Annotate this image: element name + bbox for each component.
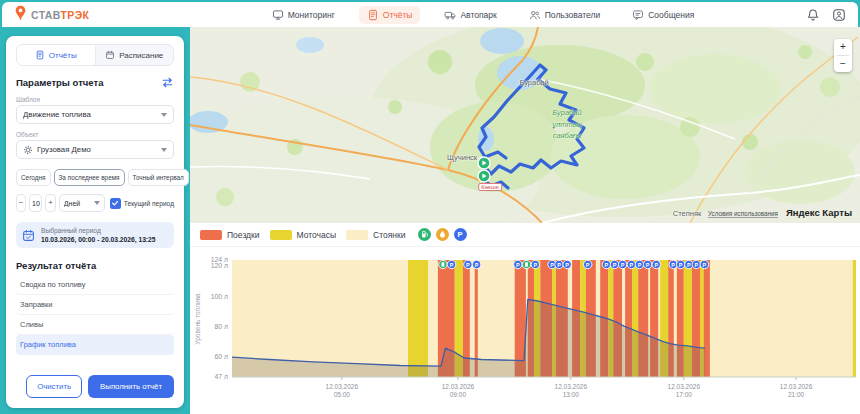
- nav-users[interactable]: Пользователи: [521, 6, 608, 24]
- increment-button[interactable]: +: [45, 194, 55, 212]
- parking-event-marker[interactable]: P: [610, 260, 618, 268]
- parking-event-marker[interactable]: P: [643, 260, 651, 268]
- track-event-marker[interactable]: [477, 156, 491, 170]
- result-item[interactable]: Сводка по топливу: [16, 275, 174, 295]
- parking-event-marker[interactable]: P: [602, 260, 610, 268]
- parking-event-marker[interactable]: P: [677, 260, 685, 268]
- svg-text:P: P: [638, 262, 642, 268]
- chevron-down-icon: [161, 113, 167, 117]
- map-canvas[interactable]: БурабайБурабай ұлттық саябағыЩучинскКөкш…: [190, 27, 860, 223]
- parking-event-marker[interactable]: P: [514, 260, 522, 268]
- svg-text:P: P: [586, 262, 590, 268]
- legend-swatch: [270, 230, 292, 240]
- svg-text:P: P: [671, 262, 675, 268]
- parking-event-marker[interactable]: P: [472, 260, 480, 268]
- messages-icon: [632, 9, 644, 21]
- result-item[interactable]: График топлива: [16, 335, 174, 355]
- refuel-event-marker[interactable]: [522, 260, 530, 268]
- nav-monitoring[interactable]: Мониторинг: [264, 6, 343, 24]
- map-zoom-in-button[interactable]: +: [834, 39, 852, 55]
- gear-icon: [23, 145, 33, 155]
- parking-event-marker[interactable]: P: [464, 260, 472, 268]
- svg-text:P: P: [516, 262, 520, 268]
- svg-text:P: P: [565, 262, 569, 268]
- nav-reports[interactable]: Отчёты: [359, 6, 421, 24]
- nav-fleet[interactable]: Автопарк: [436, 6, 504, 24]
- x-tick-time: 13:00: [563, 391, 580, 398]
- drain-badge: [436, 228, 449, 241]
- chart-legend: ПоездкиМоточасыСтоянкиP: [190, 223, 860, 247]
- svg-text:P: P: [630, 262, 634, 268]
- parking-event-marker[interactable]: P: [563, 260, 571, 268]
- legend-swatch: [346, 230, 368, 240]
- parking-event-marker[interactable]: P: [584, 260, 592, 268]
- current-period-checkbox[interactable]: [110, 198, 121, 209]
- map-zoom-out-button[interactable]: −: [834, 56, 852, 72]
- report-sidebar: Отчёты Расписание Параметры отчета Шабло…: [6, 36, 184, 408]
- object-select[interactable]: Грузовая Демо: [16, 140, 174, 159]
- clear-button[interactable]: Очистить: [26, 375, 82, 398]
- users-icon: [529, 9, 541, 21]
- y-tick-label: 100 л: [211, 293, 228, 300]
- legend-item: Стоянки: [346, 230, 405, 240]
- parking-event-marker[interactable]: P: [652, 260, 660, 268]
- main-nav: МониторингОтчётыАвтопаркПользователиСооб…: [264, 6, 703, 24]
- result-item[interactable]: Сливы: [16, 315, 174, 335]
- nav-messages[interactable]: Сообщения: [624, 6, 702, 24]
- fleet-icon: [444, 9, 456, 21]
- parking-event-marker[interactable]: P: [447, 260, 455, 268]
- activity-band-engine: [408, 260, 428, 377]
- period-mode-button[interactable]: За последнее время: [54, 169, 125, 186]
- nav-label: Сообщения: [648, 10, 694, 20]
- account-icon[interactable]: [832, 8, 846, 22]
- parking-badge: P: [454, 228, 467, 241]
- x-tick-date: 12.03.2026: [555, 383, 588, 390]
- nav-label: Отчёты: [383, 10, 413, 20]
- legend-item: Поездки: [200, 230, 260, 240]
- run-report-button[interactable]: Выполнить отчёт: [88, 375, 174, 398]
- svg-text:P: P: [450, 262, 454, 268]
- object-label: Объект: [16, 131, 174, 138]
- tab-reports[interactable]: Отчёты: [17, 45, 95, 65]
- legend-label: Поездки: [227, 230, 260, 240]
- object-value: Грузовая Демо: [37, 145, 157, 154]
- template-select[interactable]: Движение топлива: [16, 105, 174, 124]
- parking-event-marker[interactable]: P: [555, 260, 563, 268]
- svg-text:P: P: [475, 262, 479, 268]
- parking-event-marker[interactable]: P: [627, 260, 635, 268]
- period-mode-button[interactable]: Сегодня: [16, 169, 51, 186]
- x-tick-date: 12.03.2026: [442, 383, 475, 390]
- svg-text:P: P: [646, 262, 650, 268]
- x-tick-time: 09:00: [450, 391, 467, 398]
- top-header: СТАВТРЭК МониторингОтчётыАвтопаркПользов…: [2, 2, 858, 27]
- decrement-button[interactable]: −: [16, 194, 26, 212]
- y-tick-label: 80 л: [215, 323, 228, 330]
- y-tick-label: 120 л: [211, 262, 228, 269]
- bell-icon[interactable]: [806, 8, 820, 22]
- parking-event-marker[interactable]: P: [618, 260, 626, 268]
- template-value: Движение топлива: [23, 110, 157, 119]
- refuel-event-marker[interactable]: [439, 260, 447, 268]
- svg-text:P: P: [703, 262, 707, 268]
- period-count-value[interactable]: 10: [29, 194, 42, 212]
- selected-period-box: Выбранный период 10.03.2026, 00:00 - 20.…: [16, 222, 174, 248]
- map-terms-link[interactable]: Условия использования: [708, 210, 778, 218]
- logo[interactable]: СТАВТРЭК: [14, 5, 184, 25]
- period-unit-value: Дней: [64, 200, 90, 207]
- svg-text:P: P: [654, 262, 658, 268]
- tab-schedule[interactable]: Расписание: [95, 45, 174, 65]
- svg-text:P: P: [557, 262, 561, 268]
- current-period-label: Текущий период: [124, 200, 174, 207]
- svg-text:P: P: [550, 262, 554, 268]
- svg-text:P: P: [613, 262, 617, 268]
- result-item[interactable]: Заправки: [16, 295, 174, 315]
- parking-event-marker[interactable]: P: [692, 260, 700, 268]
- period-unit-select[interactable]: Дней: [59, 194, 105, 212]
- parking-event-marker[interactable]: P: [531, 260, 539, 268]
- svg-text:P: P: [621, 262, 625, 268]
- report-params-icon[interactable]: [161, 76, 174, 89]
- track-event-marker[interactable]: [477, 169, 491, 183]
- parking-event-marker[interactable]: P: [700, 260, 708, 268]
- period-mode-button[interactable]: Точный интервал: [128, 169, 189, 186]
- parking-event-marker[interactable]: P: [635, 260, 643, 268]
